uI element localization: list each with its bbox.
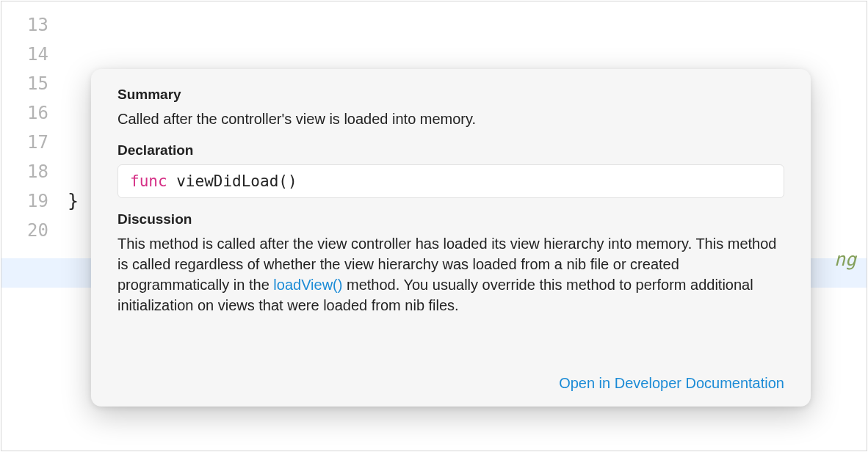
summary-text: Called after the controller's view is lo… bbox=[117, 109, 784, 129]
line-number: 18 bbox=[1, 157, 53, 186]
line-number: 17 bbox=[1, 128, 53, 157]
summary-heading: Summary bbox=[117, 87, 784, 103]
line-number-gutter: 13 14 15 16 17 18 19 20 bbox=[1, 10, 53, 245]
xcode-editor-window: 13 14 15 16 17 18 19 20 override func vi… bbox=[1, 1, 867, 451]
quick-help-popover: Summary Called after the controller's vi… bbox=[91, 69, 811, 407]
line-number: 15 bbox=[1, 69, 53, 98]
loadview-link[interactable]: loadView() bbox=[273, 277, 342, 293]
line-number: 20 bbox=[1, 216, 53, 245]
discussion-text: This method is called after the view con… bbox=[117, 233, 784, 316]
declaration-keyword: func bbox=[130, 172, 167, 190]
code-line-17[interactable] bbox=[68, 421, 867, 451]
line-number: 19 bbox=[1, 186, 53, 216]
discussion-section: Discussion This method is called after t… bbox=[117, 211, 784, 316]
line-number: 14 bbox=[1, 40, 53, 69]
line-number: 13 bbox=[1, 10, 53, 40]
summary-section: Summary Called after the controller's vi… bbox=[117, 87, 784, 129]
documentation-link-row: Open in Developer Documentation bbox=[559, 375, 784, 392]
declaration-section: Declaration func viewDidLoad() bbox=[117, 142, 784, 198]
declaration-box: func viewDidLoad() bbox=[117, 164, 784, 198]
discussion-heading: Discussion bbox=[117, 211, 784, 227]
comment-fragment: ng bbox=[834, 249, 856, 270]
closing-brace[interactable]: } bbox=[68, 186, 79, 216]
open-documentation-link[interactable]: Open in Developer Documentation bbox=[559, 375, 784, 391]
line-number: 16 bbox=[1, 98, 53, 128]
declaration-heading: Declaration bbox=[117, 142, 784, 158]
declaration-rest: viewDidLoad() bbox=[167, 172, 297, 190]
